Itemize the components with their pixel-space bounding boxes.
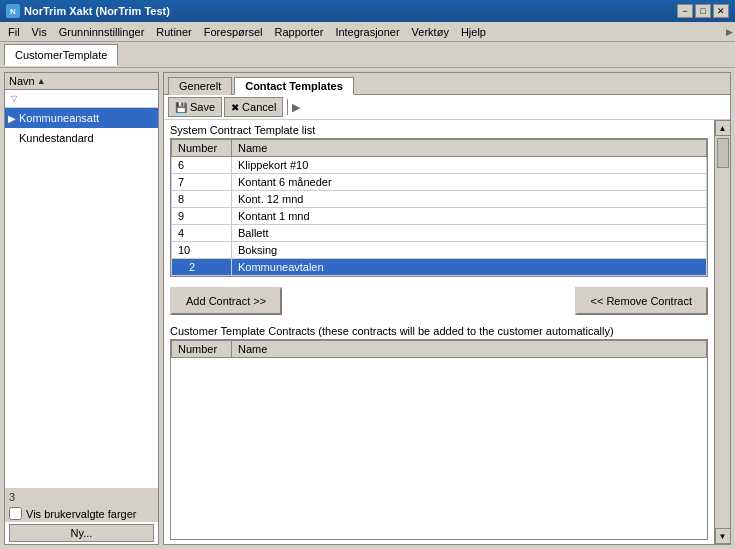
minimize-button[interactable]: − xyxy=(677,4,693,18)
button-area: Add Contract >> << Remove Contract xyxy=(164,281,714,321)
close-button[interactable]: ✕ xyxy=(713,4,729,18)
scroll-thumb[interactable] xyxy=(717,138,729,168)
title-bar: N NorTrim Xakt (NorTrim Test) − □ ✕ xyxy=(0,0,735,22)
sort-icon: ▲ xyxy=(37,76,46,86)
menu-arrow: ▶ xyxy=(726,27,733,37)
filter-icon: ▽ xyxy=(9,94,19,104)
scroll-track xyxy=(716,136,730,528)
save-label: Save xyxy=(190,101,215,113)
add-contract-button[interactable]: Add Contract >> xyxy=(170,287,282,315)
menu-item-grunninnstillinger[interactable]: Grunninnstillinger xyxy=(53,23,151,41)
table-row[interactable]: 6Klippekort #10 xyxy=(172,157,707,174)
vis-brukervalgte-label: Vis brukervalgte farger xyxy=(26,508,136,520)
cancel-button[interactable]: ✖ Cancel xyxy=(224,97,283,117)
navn-column-header: Navn xyxy=(9,75,35,87)
menu-item-verktøy[interactable]: Verktøy xyxy=(406,23,455,41)
table-row[interactable]: 4Ballett xyxy=(172,225,707,242)
outer-scrollbar: ▲ ▼ xyxy=(714,120,730,544)
toolbar-extra: ▶ xyxy=(292,101,300,114)
tab-bar: GenereltContact Templates xyxy=(164,73,730,95)
vis-brukervalgte-checkbox[interactable] xyxy=(9,507,22,520)
list-item[interactable]: Kundestandard xyxy=(5,128,158,148)
table-row[interactable]: 7Kontant 6 måneder xyxy=(172,174,707,191)
ny-button[interactable]: Ny... xyxy=(9,524,154,542)
toolbar-separator xyxy=(287,99,288,115)
bottom-table-container[interactable]: Number Name xyxy=(170,339,708,540)
main-container: Navn ▲ ▽ ▶KommuneansattKundestandard 3 V… xyxy=(0,68,735,549)
panel-toolbar: 💾 Save ✖ Cancel ▶ xyxy=(164,95,730,120)
menu-item-hjelp[interactable]: Hjelp xyxy=(455,23,492,41)
customer-template-tab[interactable]: CustomerTemplate xyxy=(4,44,118,66)
table-row[interactable]: ▶2Kommuneavtalen xyxy=(172,259,707,276)
checkbox-row: Vis brukervalgte farger xyxy=(5,505,158,522)
menu-item-rutiner[interactable]: Rutiner xyxy=(150,23,197,41)
menu-item-integrasjoner[interactable]: Integrasjoner xyxy=(329,23,405,41)
menu-item-rapporter[interactable]: Rapporter xyxy=(268,23,329,41)
remove-contract-button[interactable]: << Remove Contract xyxy=(575,287,709,315)
number-col-header: Number xyxy=(172,140,232,157)
left-panel-header: Navn ▲ xyxy=(5,73,158,90)
scroll-up-button[interactable]: ▲ xyxy=(715,120,731,136)
menu-item-forespørsel[interactable]: Forespørsel xyxy=(198,23,269,41)
bottom-section-title: Customer Template Contracts (these contr… xyxy=(164,321,714,339)
table-row[interactable]: 10Boksing xyxy=(172,242,707,259)
tab-contact-templates[interactable]: Contact Templates xyxy=(234,77,354,95)
menu-bar: FilVisGrunninnstillingerRutinerForespørs… xyxy=(0,22,735,42)
section-title: System Contract Template list xyxy=(164,120,714,138)
filter-row: ▽ xyxy=(5,90,158,108)
bottom-number-col: Number xyxy=(172,341,232,358)
system-contract-table: Number Name 6Klippekort #107Kontant 6 må… xyxy=(171,139,707,276)
maximize-button[interactable]: □ xyxy=(695,4,711,18)
save-icon: 💾 xyxy=(175,102,187,113)
menu-item-fil[interactable]: Fil xyxy=(2,23,26,41)
menu-item-vis[interactable]: Vis xyxy=(26,23,53,41)
left-panel: Navn ▲ ▽ ▶KommuneansattKundestandard 3 V… xyxy=(4,72,159,545)
bottom-name-col: Name xyxy=(232,341,707,358)
customer-template-table: Number Name xyxy=(171,340,707,358)
app-icon: N xyxy=(6,4,20,18)
title-text: NorTrim Xakt (NorTrim Test) xyxy=(24,5,170,17)
cancel-label: Cancel xyxy=(242,101,276,113)
list-item[interactable]: ▶Kommuneansatt xyxy=(5,108,158,128)
left-list: ▶KommuneansattKundestandard xyxy=(5,108,158,488)
bottom-section: Customer Template Contracts (these contr… xyxy=(164,321,714,544)
app-toolbar: CustomerTemplate xyxy=(0,42,735,68)
footer-count: 3 xyxy=(9,491,15,503)
tab-generelt[interactable]: Generelt xyxy=(168,77,232,95)
table-row[interactable]: 9Kontant 1 mnd xyxy=(172,208,707,225)
cancel-icon: ✖ xyxy=(231,102,239,113)
system-contract-table-container: Number Name 6Klippekort #107Kontant 6 må… xyxy=(170,138,708,277)
table-scroll[interactable]: Number Name 6Klippekort #107Kontant 6 må… xyxy=(171,139,707,276)
scroll-down-button[interactable]: ▼ xyxy=(715,528,731,544)
save-button[interactable]: 💾 Save xyxy=(168,97,222,117)
panel-with-scroll: System Contract Template list Number Nam… xyxy=(164,120,730,544)
table-row[interactable]: 8Kont. 12 mnd xyxy=(172,191,707,208)
right-panel: GenereltContact Templates 💾 Save ✖ Cance… xyxy=(163,72,731,545)
panel-content: System Contract Template list Number Nam… xyxy=(164,120,714,544)
left-panel-footer: 3 xyxy=(5,488,158,505)
name-col-header: Name xyxy=(232,140,707,157)
